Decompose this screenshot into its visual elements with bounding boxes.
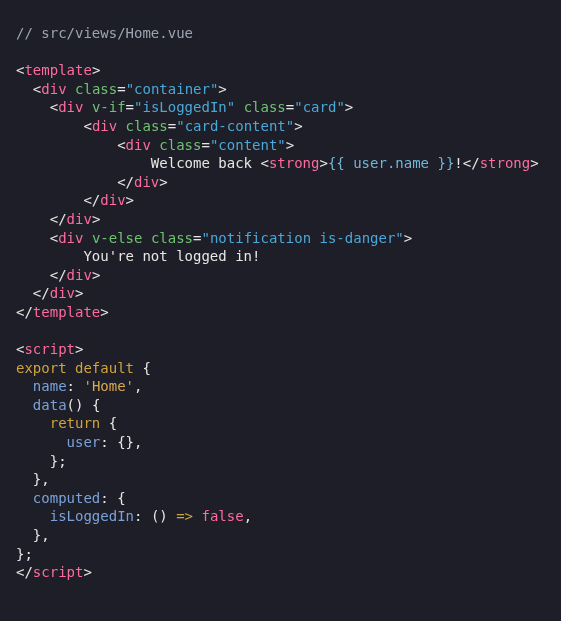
val-card-content: "card-content" (176, 118, 294, 134)
kw-return: return (50, 415, 101, 431)
tag-strong: strong (269, 155, 320, 171)
val-content: "content" (210, 137, 286, 153)
attr-class: class (75, 81, 117, 97)
val-home: 'Home' (83, 378, 134, 394)
val-notification: "notification is-danger" (202, 230, 404, 246)
text-not-logged: You're not logged in! (83, 248, 260, 264)
tag-template: template (24, 62, 91, 78)
arrow: => (176, 508, 193, 524)
prop-name: name (33, 378, 67, 394)
mustache: {{ user.name }} (328, 155, 454, 171)
attr-v-if: v-if (92, 99, 126, 115)
prop-computed: computed (33, 490, 100, 506)
file-comment: // src/views/Home.vue (16, 25, 193, 41)
angle-close: > (92, 62, 100, 78)
kw-export: export (16, 360, 67, 376)
val-false: false (201, 508, 243, 524)
prop-isloggedin: isLoggedIn (50, 508, 134, 524)
val-isloggedin: "isLoggedIn" (134, 99, 235, 115)
kw-default: default (75, 360, 134, 376)
prop-user: user (67, 434, 101, 450)
tag-div: div (41, 81, 66, 97)
val-container: "container" (126, 81, 219, 97)
val-card: "card" (294, 99, 345, 115)
text-welcome: Welcome back (151, 155, 261, 171)
code-block: // src/views/Home.vue <template> <div cl… (0, 0, 561, 606)
attr-v-else: v-else (92, 230, 143, 246)
tag-script: script (24, 341, 75, 357)
prop-data: data (33, 397, 67, 413)
